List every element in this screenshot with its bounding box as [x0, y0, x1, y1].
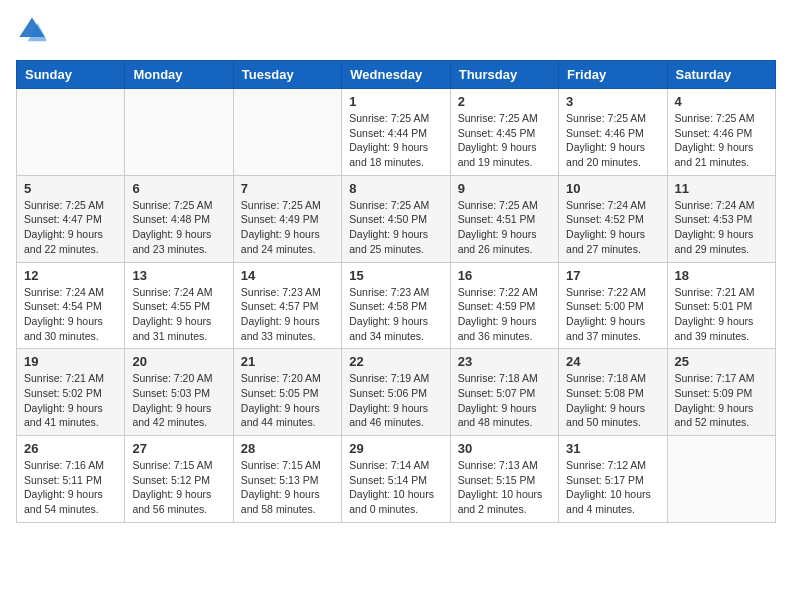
col-header-wednesday: Wednesday [342, 61, 450, 89]
col-header-friday: Friday [559, 61, 667, 89]
calendar-cell: 30Sunrise: 7:13 AMSunset: 5:15 PMDayligh… [450, 436, 558, 523]
cell-info: Sunrise: 7:14 AMSunset: 5:14 PMDaylight:… [349, 458, 442, 517]
day-number: 11 [675, 181, 768, 196]
calendar-header-row: SundayMondayTuesdayWednesdayThursdayFrid… [17, 61, 776, 89]
cell-info: Sunrise: 7:21 AMSunset: 5:01 PMDaylight:… [675, 285, 768, 344]
day-number: 6 [132, 181, 225, 196]
calendar-week-row: 5Sunrise: 7:25 AMSunset: 4:47 PMDaylight… [17, 175, 776, 262]
calendar-week-row: 26Sunrise: 7:16 AMSunset: 5:11 PMDayligh… [17, 436, 776, 523]
cell-info: Sunrise: 7:22 AMSunset: 4:59 PMDaylight:… [458, 285, 551, 344]
col-header-monday: Monday [125, 61, 233, 89]
day-number: 24 [566, 354, 659, 369]
calendar-cell: 31Sunrise: 7:12 AMSunset: 5:17 PMDayligh… [559, 436, 667, 523]
cell-info: Sunrise: 7:18 AMSunset: 5:07 PMDaylight:… [458, 371, 551, 430]
calendar-cell: 2Sunrise: 7:25 AMSunset: 4:45 PMDaylight… [450, 89, 558, 176]
cell-info: Sunrise: 7:25 AMSunset: 4:51 PMDaylight:… [458, 198, 551, 257]
cell-info: Sunrise: 7:22 AMSunset: 5:00 PMDaylight:… [566, 285, 659, 344]
day-number: 21 [241, 354, 334, 369]
cell-info: Sunrise: 7:25 AMSunset: 4:46 PMDaylight:… [675, 111, 768, 170]
calendar-cell: 13Sunrise: 7:24 AMSunset: 4:55 PMDayligh… [125, 262, 233, 349]
calendar-cell: 28Sunrise: 7:15 AMSunset: 5:13 PMDayligh… [233, 436, 341, 523]
calendar-week-row: 12Sunrise: 7:24 AMSunset: 4:54 PMDayligh… [17, 262, 776, 349]
calendar-cell [233, 89, 341, 176]
day-number: 22 [349, 354, 442, 369]
cell-info: Sunrise: 7:12 AMSunset: 5:17 PMDaylight:… [566, 458, 659, 517]
day-number: 10 [566, 181, 659, 196]
cell-info: Sunrise: 7:24 AMSunset: 4:53 PMDaylight:… [675, 198, 768, 257]
cell-info: Sunrise: 7:21 AMSunset: 5:02 PMDaylight:… [24, 371, 117, 430]
calendar-cell: 17Sunrise: 7:22 AMSunset: 5:00 PMDayligh… [559, 262, 667, 349]
cell-info: Sunrise: 7:25 AMSunset: 4:49 PMDaylight:… [241, 198, 334, 257]
calendar-cell: 22Sunrise: 7:19 AMSunset: 5:06 PMDayligh… [342, 349, 450, 436]
day-number: 19 [24, 354, 117, 369]
day-number: 15 [349, 268, 442, 283]
calendar-cell: 11Sunrise: 7:24 AMSunset: 4:53 PMDayligh… [667, 175, 775, 262]
cell-info: Sunrise: 7:25 AMSunset: 4:44 PMDaylight:… [349, 111, 442, 170]
calendar-cell [17, 89, 125, 176]
calendar-cell: 6Sunrise: 7:25 AMSunset: 4:48 PMDaylight… [125, 175, 233, 262]
calendar-cell: 16Sunrise: 7:22 AMSunset: 4:59 PMDayligh… [450, 262, 558, 349]
day-number: 18 [675, 268, 768, 283]
calendar-cell: 27Sunrise: 7:15 AMSunset: 5:12 PMDayligh… [125, 436, 233, 523]
calendar-cell: 9Sunrise: 7:25 AMSunset: 4:51 PMDaylight… [450, 175, 558, 262]
day-number: 8 [349, 181, 442, 196]
calendar-cell: 14Sunrise: 7:23 AMSunset: 4:57 PMDayligh… [233, 262, 341, 349]
calendar-cell: 24Sunrise: 7:18 AMSunset: 5:08 PMDayligh… [559, 349, 667, 436]
day-number: 13 [132, 268, 225, 283]
col-header-saturday: Saturday [667, 61, 775, 89]
cell-info: Sunrise: 7:24 AMSunset: 4:52 PMDaylight:… [566, 198, 659, 257]
day-number: 2 [458, 94, 551, 109]
day-number: 30 [458, 441, 551, 456]
calendar-cell: 25Sunrise: 7:17 AMSunset: 5:09 PMDayligh… [667, 349, 775, 436]
calendar-table: SundayMondayTuesdayWednesdayThursdayFrid… [16, 60, 776, 523]
cell-info: Sunrise: 7:25 AMSunset: 4:47 PMDaylight:… [24, 198, 117, 257]
cell-info: Sunrise: 7:15 AMSunset: 5:12 PMDaylight:… [132, 458, 225, 517]
cell-info: Sunrise: 7:16 AMSunset: 5:11 PMDaylight:… [24, 458, 117, 517]
cell-info: Sunrise: 7:23 AMSunset: 4:57 PMDaylight:… [241, 285, 334, 344]
calendar-cell: 15Sunrise: 7:23 AMSunset: 4:58 PMDayligh… [342, 262, 450, 349]
cell-info: Sunrise: 7:18 AMSunset: 5:08 PMDaylight:… [566, 371, 659, 430]
cell-info: Sunrise: 7:25 AMSunset: 4:48 PMDaylight:… [132, 198, 225, 257]
cell-info: Sunrise: 7:20 AMSunset: 5:03 PMDaylight:… [132, 371, 225, 430]
page-header [16, 16, 776, 48]
day-number: 29 [349, 441, 442, 456]
day-number: 4 [675, 94, 768, 109]
day-number: 3 [566, 94, 659, 109]
calendar-week-row: 19Sunrise: 7:21 AMSunset: 5:02 PMDayligh… [17, 349, 776, 436]
calendar-cell: 21Sunrise: 7:20 AMSunset: 5:05 PMDayligh… [233, 349, 341, 436]
day-number: 25 [675, 354, 768, 369]
cell-info: Sunrise: 7:25 AMSunset: 4:46 PMDaylight:… [566, 111, 659, 170]
calendar-cell: 7Sunrise: 7:25 AMSunset: 4:49 PMDaylight… [233, 175, 341, 262]
cell-info: Sunrise: 7:24 AMSunset: 4:54 PMDaylight:… [24, 285, 117, 344]
cell-info: Sunrise: 7:24 AMSunset: 4:55 PMDaylight:… [132, 285, 225, 344]
col-header-tuesday: Tuesday [233, 61, 341, 89]
cell-info: Sunrise: 7:25 AMSunset: 4:50 PMDaylight:… [349, 198, 442, 257]
cell-info: Sunrise: 7:23 AMSunset: 4:58 PMDaylight:… [349, 285, 442, 344]
day-number: 31 [566, 441, 659, 456]
day-number: 26 [24, 441, 117, 456]
day-number: 23 [458, 354, 551, 369]
day-number: 27 [132, 441, 225, 456]
calendar-cell [667, 436, 775, 523]
calendar-cell: 29Sunrise: 7:14 AMSunset: 5:14 PMDayligh… [342, 436, 450, 523]
calendar-cell: 10Sunrise: 7:24 AMSunset: 4:52 PMDayligh… [559, 175, 667, 262]
day-number: 9 [458, 181, 551, 196]
calendar-week-row: 1Sunrise: 7:25 AMSunset: 4:44 PMDaylight… [17, 89, 776, 176]
calendar-cell: 1Sunrise: 7:25 AMSunset: 4:44 PMDaylight… [342, 89, 450, 176]
calendar-cell: 5Sunrise: 7:25 AMSunset: 4:47 PMDaylight… [17, 175, 125, 262]
cell-info: Sunrise: 7:13 AMSunset: 5:15 PMDaylight:… [458, 458, 551, 517]
calendar-cell: 8Sunrise: 7:25 AMSunset: 4:50 PMDaylight… [342, 175, 450, 262]
col-header-thursday: Thursday [450, 61, 558, 89]
logo-icon [18, 16, 46, 44]
calendar-cell: 3Sunrise: 7:25 AMSunset: 4:46 PMDaylight… [559, 89, 667, 176]
cell-info: Sunrise: 7:25 AMSunset: 4:45 PMDaylight:… [458, 111, 551, 170]
day-number: 5 [24, 181, 117, 196]
cell-info: Sunrise: 7:17 AMSunset: 5:09 PMDaylight:… [675, 371, 768, 430]
calendar-cell [125, 89, 233, 176]
col-header-sunday: Sunday [17, 61, 125, 89]
cell-info: Sunrise: 7:19 AMSunset: 5:06 PMDaylight:… [349, 371, 442, 430]
logo [16, 16, 50, 48]
day-number: 20 [132, 354, 225, 369]
day-number: 12 [24, 268, 117, 283]
day-number: 28 [241, 441, 334, 456]
